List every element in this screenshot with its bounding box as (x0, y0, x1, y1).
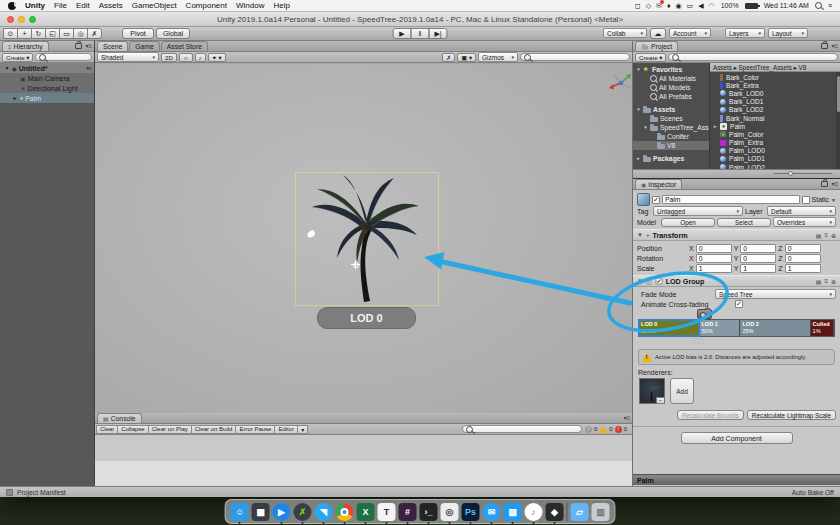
console-log-list[interactable] (95, 435, 632, 462)
transform-tool-button[interactable]: ▭ (59, 28, 74, 39)
step-button[interactable]: ▶| (429, 28, 448, 39)
project-tree-item[interactable]: ► Packages (633, 154, 709, 163)
dock-icon[interactable]: ✗ (294, 503, 312, 521)
gear-icon[interactable]: ⊕ (831, 232, 836, 239)
project-tree-item[interactable]: All Models (633, 83, 709, 92)
animate-crossfading-checkbox[interactable]: ✓ (735, 300, 743, 308)
z-field[interactable]: 0 (785, 254, 821, 263)
model-open-button[interactable]: Open (661, 218, 715, 227)
lod-group-enabled-checkbox[interactable]: ✓ (655, 278, 662, 285)
dock-icon[interactable]: ▶ (273, 503, 291, 521)
info-count-icon[interactable]: ! (585, 426, 592, 433)
recalculate-lightmap-button[interactable]: Recalculate Lightmap Scale (747, 410, 836, 420)
pause-button[interactable]: ‖ (411, 28, 430, 39)
scene-camera-dropdown[interactable]: ▣ ▾ (457, 53, 476, 62)
console-button[interactable]: Collapse (117, 425, 148, 434)
dock-icon[interactable]: Ps (462, 503, 480, 521)
console-button[interactable]: Clear (96, 425, 118, 434)
gizmos-dropdown[interactable]: Gizmos▾ (478, 52, 518, 62)
scene-lighting-toggle[interactable]: ☼ (179, 53, 193, 62)
hierarchy-item[interactable]: ▣ Main Camera (0, 73, 94, 83)
project-tree-item[interactable]: ▼ SpeedTree_Assets (633, 123, 709, 132)
asset-item[interactable]: Palm_LOD0 (710, 147, 835, 155)
menu-unity[interactable]: Unity (25, 1, 45, 10)
scene-audio-toggle[interactable]: ♪ (195, 53, 206, 62)
console-button[interactable]: Error Pause (235, 425, 275, 434)
scene-view-tab[interactable]: Game (129, 41, 160, 51)
status-icon[interactable]: ◉ (675, 2, 681, 10)
scene-row-menu-icon[interactable]: ▾≡ (87, 65, 94, 71)
scene-search-input[interactable] (520, 53, 630, 61)
z-field[interactable]: 1 (785, 264, 821, 273)
apple-menu-icon[interactable] (8, 2, 16, 10)
hierarchy-item[interactable]: ► ♠ Palm (0, 93, 94, 103)
dock-icon[interactable]: ▤ (504, 503, 522, 521)
lock-icon[interactable] (821, 43, 828, 49)
layers-dropdown[interactable]: Layers▾ (725, 28, 765, 38)
status-icon[interactable]: ◻ (635, 2, 641, 10)
project-tree-item[interactable]: V8 (633, 141, 709, 150)
asset-item[interactable]: Bark_Extra (710, 81, 835, 89)
tab-console[interactable]: ▤Console (97, 413, 142, 423)
lock-icon[interactable] (75, 43, 82, 49)
x-field[interactable]: 1 (696, 264, 732, 273)
y-field[interactable]: 0 (740, 254, 776, 263)
spotlight-icon[interactable] (815, 2, 822, 9)
panel-menu-icon[interactable]: ▾≡ (831, 42, 838, 49)
lod-bar[interactable]: LOD 0 100% LOD 1 50% LOD 2 25% (638, 319, 835, 337)
asset-item[interactable]: Bark_LOD2 (710, 106, 835, 114)
dock-icon[interactable]: ◥ (315, 503, 333, 521)
dock-icon[interactable]: ☺ (231, 503, 249, 521)
asset-item[interactable]: Bark_LOD0 (710, 89, 835, 97)
asset-item[interactable]: Palm_Extra (710, 139, 835, 147)
dock-icon[interactable]: # (399, 503, 417, 521)
dock-icon[interactable]: ◆ (546, 503, 564, 521)
menu-assets[interactable]: Assets (99, 1, 123, 10)
gear-icon[interactable]: ⊕ (831, 278, 836, 285)
z-field[interactable]: 0 (785, 244, 821, 253)
2d-toggle[interactable]: 2D (161, 53, 177, 62)
light-gizmo-icon[interactable] (351, 260, 360, 269)
gameobject-name-field[interactable]: Palm (662, 195, 800, 204)
breadcrumb[interactable]: Assets ▸ SpeedTree_Assets ▸ V8 (710, 63, 840, 72)
static-dropdown-arrow[interactable]: ▼ (831, 197, 836, 203)
layer-dropdown[interactable]: Default▾ (767, 206, 836, 216)
dock-icon[interactable]: X (357, 503, 375, 521)
hierarchy-item[interactable]: ☀ Directional Light (0, 83, 94, 93)
y-field[interactable]: 1 (740, 264, 776, 273)
status-icon[interactable]: ◇ (646, 2, 651, 10)
notification-center-icon[interactable]: ≡ (828, 2, 832, 9)
transform-tool-button[interactable]: ◎ (73, 28, 88, 39)
presets-icon[interactable]: ≡ (824, 232, 828, 239)
menu-gameobject[interactable]: GameObject (132, 1, 177, 10)
project-tree-item[interactable]: Scenes (633, 114, 709, 123)
menu-help[interactable]: Help (273, 1, 289, 10)
renderer-thumbnail[interactable]: − (639, 378, 665, 404)
static-checkbox[interactable] (802, 196, 810, 204)
remove-renderer-button[interactable]: − (656, 397, 665, 404)
tab-hierarchy[interactable]: ≡Hierarchy (2, 41, 49, 51)
add-component-button[interactable]: Add Component (681, 432, 793, 444)
dock-icon[interactable]: ▥ (592, 503, 610, 521)
recalculate-bounds-button[interactable]: Recalculate Bounds (677, 410, 744, 420)
scene-view-tab[interactable]: Scene (97, 41, 128, 51)
asset-item[interactable]: Bark_Normal (710, 114, 835, 122)
global-toggle[interactable]: Global (156, 28, 190, 39)
dock-icon[interactable]: ▦ (252, 503, 270, 521)
presets-icon[interactable]: ≡ (824, 278, 828, 285)
add-renderer-button[interactable]: Add (670, 378, 694, 404)
project-tree-item[interactable]: ▼ Assets (633, 105, 709, 114)
status-icon[interactable]: ♦ (667, 2, 671, 10)
console-editor-dropdown-arrow[interactable]: ▾ (297, 425, 308, 434)
hierarchy-scene-row[interactable]: ▼ ◆ Untitled* ▾≡ (0, 63, 94, 73)
fade-mode-dropdown[interactable]: Speed Tree▾ (715, 289, 836, 299)
auto-bake-status[interactable]: Auto Bake Off (792, 489, 834, 496)
error-count-icon[interactable]: ! (615, 426, 622, 433)
status-icon[interactable]: ◠ (709, 2, 715, 10)
asset-item[interactable]: ► Palm (710, 122, 835, 130)
dock-icon[interactable]: ▱ (571, 503, 589, 521)
asset-item[interactable]: Palm_Color (710, 130, 835, 138)
account-dropdown[interactable]: Account▾ (669, 28, 711, 38)
dock-icon[interactable]: ◎ (441, 503, 459, 521)
transform-tool-button[interactable]: ✗ (87, 28, 102, 39)
